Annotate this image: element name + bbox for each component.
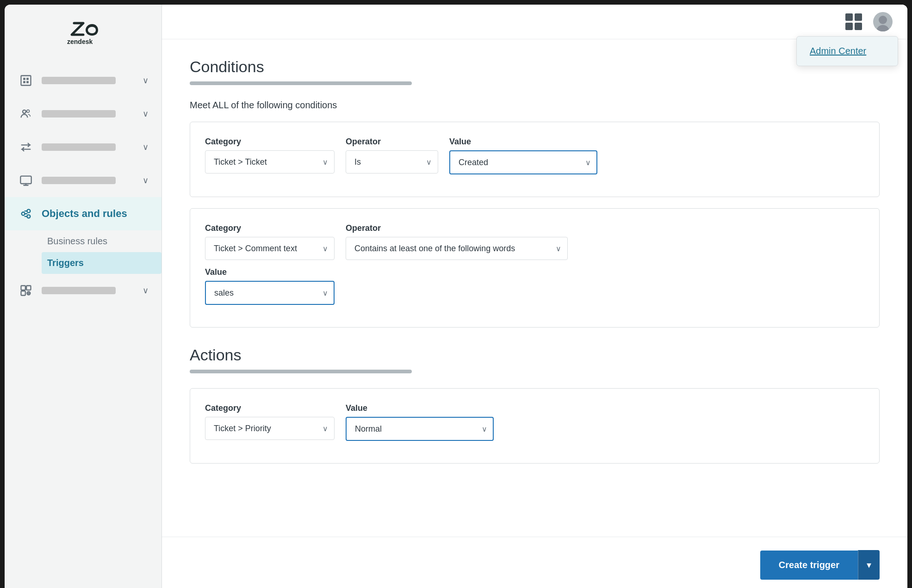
condition1-category-group: Category Ticket > Ticket [205, 137, 335, 173]
action1-category-select[interactable]: Ticket > Priority [205, 417, 335, 440]
sidebar-subitem-business-rules[interactable]: Business rules [47, 230, 161, 252]
conditions-title: Conditions [190, 58, 880, 76]
admin-center-link[interactable]: Admin Center [797, 37, 898, 66]
zendesk-logo: zendesk [65, 19, 102, 46]
svg-point-7 [27, 110, 30, 112]
create-trigger-button[interactable]: Create trigger [760, 551, 858, 580]
condition2-operator-group: Operator Contains at least one of the fo… [346, 223, 568, 260]
grid-cell-3 [845, 23, 853, 30]
grid-cell-2 [855, 13, 862, 21]
action1-value-wrapper: Normal [346, 417, 494, 441]
sidebar-nav: ∨ ∨ [5, 60, 161, 588]
action1-value-label: Value [346, 403, 494, 413]
svg-rect-3 [26, 78, 29, 80]
user-avatar[interactable] [873, 12, 893, 31]
actions-progress-bar [190, 370, 412, 373]
condition-row-1: Category Ticket > Ticket Operator [205, 137, 864, 174]
svg-point-6 [23, 110, 26, 113]
svg-text:zendesk: zendesk [67, 38, 93, 45]
condition1-value-select[interactable]: Created [449, 150, 597, 174]
action1-category-group: Category Ticket > Priority [205, 403, 335, 440]
admin-center-dropdown: Admin Center [796, 36, 898, 66]
sidebar-subitem-triggers[interactable]: Triggers [42, 252, 161, 274]
condition1-category-select[interactable]: Ticket > Ticket [205, 150, 335, 173]
svg-rect-2 [23, 78, 25, 80]
avatar-head [879, 16, 887, 24]
condition2-row-1: Category Ticket > Comment text Operator [205, 223, 864, 260]
people-icon [18, 105, 34, 122]
condition1-value-group: Value Created [449, 137, 597, 174]
condition1-category-wrapper: Ticket > Ticket [205, 150, 335, 173]
monitor-icon [18, 172, 34, 189]
condition2-value-select[interactable]: sales [205, 281, 335, 305]
svg-rect-13 [26, 286, 31, 290]
condition2-operator-label: Operator [346, 223, 568, 233]
condition2-value-label: Value [205, 267, 335, 277]
actions-section: Actions Category Ticket > Priority [190, 346, 880, 464]
condition1-value-wrapper: Created [449, 150, 597, 174]
condition2-row-2: Value sales [205, 267, 864, 305]
chevron-down-icon: ∨ [143, 285, 149, 296]
condition2-category-wrapper: Ticket > Comment text [205, 237, 335, 260]
actions-title: Actions [190, 346, 880, 364]
top-bar: Admin Center [162, 5, 907, 39]
nav-bar-placeholder [42, 77, 116, 84]
nav-bar-placeholder [42, 110, 116, 118]
grid-cell-1 [845, 13, 853, 21]
action1-category-label: Category [205, 403, 335, 413]
condition2-category-group: Category Ticket > Comment text [205, 223, 335, 260]
objects-rules-icon [18, 205, 34, 222]
condition2-category-select[interactable]: Ticket > Comment text [205, 237, 335, 260]
sidebar-item-channels[interactable]: ∨ [5, 130, 161, 164]
chevron-down-icon: ∨ [143, 75, 149, 86]
condition2-operator-select[interactable]: Contains at least one of the following w… [346, 237, 568, 260]
arrows-icon [18, 139, 34, 155]
sidebar-item-workspaces[interactable]: ∨ [5, 64, 161, 97]
condition1-value-label: Value [449, 137, 597, 147]
svg-rect-14 [21, 291, 25, 295]
condition1-category-label: Category [205, 137, 335, 147]
svg-rect-4 [23, 81, 25, 83]
apps-grid-button[interactable] [845, 13, 862, 30]
action1-value-select[interactable]: Normal [346, 417, 494, 441]
sidebar-item-people[interactable]: ∨ [5, 97, 161, 130]
action1-category-wrapper: Ticket > Priority [205, 417, 335, 440]
nav-bar-placeholder [42, 287, 116, 294]
chevron-down-icon: ∨ [143, 142, 149, 152]
avatar-figure [873, 12, 893, 31]
page-content: Conditions Meet ALL of the following con… [162, 39, 907, 537]
action1-row: Category Ticket > Priority Value [205, 403, 864, 441]
conditions-section: Conditions Meet ALL of the following con… [190, 58, 880, 328]
create-trigger-dropdown-button[interactable]: ▾ [858, 550, 880, 580]
svg-rect-5 [26, 81, 29, 83]
conditions-subtitle: Meet ALL of the following conditions [190, 100, 880, 111]
nav-bar-placeholder [42, 177, 116, 184]
avatar-body [876, 25, 889, 31]
main-content: Admin Center Conditions Meet ALL of the … [162, 5, 907, 588]
apps-icon [18, 282, 34, 299]
condition2-value-wrapper: sales [205, 281, 335, 305]
conditions-progress-bar [190, 81, 412, 85]
sidebar-item-apps[interactable]: ∨ [5, 274, 161, 307]
sidebar-item-workspaces2[interactable]: ∨ [5, 164, 161, 197]
svg-rect-1 [21, 76, 31, 86]
condition1-operator-group: Operator Is [346, 137, 438, 173]
sidebar-item-label: Objects and rules [42, 208, 127, 220]
building-icon [18, 72, 34, 89]
condition2-category-label: Category [205, 223, 335, 233]
nav-bar-placeholder [42, 143, 116, 151]
sidebar: zendesk [5, 5, 162, 588]
action-card-1: Category Ticket > Priority Value [190, 388, 880, 464]
chevron-down-icon: ∨ [143, 175, 149, 186]
sidebar-subitems: Business rules Triggers [5, 230, 161, 274]
action1-value-group: Value Normal [346, 403, 494, 441]
svg-rect-8 [20, 176, 31, 184]
logo-area: zendesk [5, 5, 161, 60]
condition-card-2: Category Ticket > Comment text Operator [190, 208, 880, 328]
condition2-value-group: Value sales [205, 267, 335, 305]
condition2-operator-wrapper: Contains at least one of the following w… [346, 237, 568, 260]
condition1-operator-select[interactable]: Is [346, 150, 438, 173]
grid-icon [845, 13, 862, 30]
sidebar-item-objects-rules[interactable]: Objects and rules [5, 197, 161, 230]
condition1-operator-wrapper: Is [346, 150, 438, 173]
